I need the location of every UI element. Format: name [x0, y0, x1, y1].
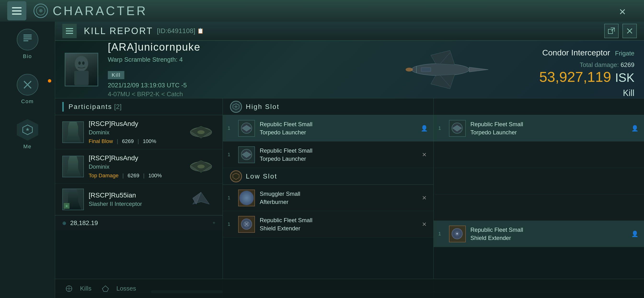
stat-damage-2: 6269 — [128, 173, 139, 179]
medals-icon: ★ — [22, 124, 34, 136]
slot-icon-torpedo-2 — [238, 146, 255, 163]
slot-name-h2l: Republic Fleet SmallTorpedo Launcher — [260, 146, 415, 163]
skull-icon — [102, 285, 109, 292]
person-status-icon: 👤 — [421, 125, 428, 132]
person-status-l1r: 👤 — [631, 231, 638, 237]
final-blow-tag: Final Blow — [89, 138, 113, 144]
svg-rect-2 — [24, 35, 32, 36]
total-damage-label: Total damage: 6269 — [539, 61, 634, 69]
high-slot-icon — [230, 101, 242, 113]
slot-item-high-2-left[interactable]: 1 Republic Fleet SmallTorpedo Launcher ✕ — [223, 141, 434, 168]
total-damage-value: 6269 — [620, 61, 634, 68]
slot-item-low-2-left[interactable]: 1 Republic Fleet SmallShield Extender ✕ — [223, 211, 434, 238]
sidebar-item-combat[interactable]: Com — [17, 74, 38, 105]
star-badge-3: ★ — [64, 203, 70, 209]
slot-item-low-1-right[interactable]: 1 + Republic Fleet SmallShield Extender … — [434, 221, 644, 247]
close-panel-button[interactable] — [622, 24, 637, 38]
svg-marker-20 — [431, 50, 455, 65]
sidebar-item-medals[interactable]: ★ Me — [17, 119, 38, 150]
person-status-h1r: 👤 — [631, 125, 638, 132]
slot-item-high-1-left[interactable]: 1 Republic Fleet SmallTorpedo Launcher 👤 — [223, 115, 434, 141]
bio-icon-container — [17, 29, 38, 50]
participant-stats-1: Final Blow | 6269 | 100% — [89, 138, 182, 144]
svg-rect-5 — [24, 40, 28, 41]
slot-name-l2l: Republic Fleet SmallShield Extender — [260, 216, 415, 232]
high-slot-header: High Slot — [223, 98, 434, 115]
participant-row-3[interactable]: ★ [RSCP]Ru55ian Slasher II Interceptor — [55, 184, 222, 215]
participant-avatar-1 — [62, 121, 84, 143]
svg-point-22 — [406, 68, 413, 72]
participant-ship-icon-3 — [187, 190, 216, 209]
svg-rect-23 — [421, 68, 431, 72]
torpedo-icon-1 — [240, 122, 253, 135]
slot-icon-shield-1 — [238, 216, 255, 233]
afterburner-visual — [239, 191, 254, 205]
combat-icon — [22, 79, 34, 91]
avatar-image — [66, 54, 98, 86]
ship-svg — [380, 46, 500, 94]
svg-rect-10 — [608, 29, 612, 34]
shield-extender-icon-1 — [240, 218, 253, 231]
panel-menu-button[interactable] — [62, 24, 77, 38]
bottom-bar: Kills Losses — [55, 279, 644, 298]
participants-count: [2] — [114, 103, 122, 111]
participant-stats-2: Top Damage | 6269 | 100% — [89, 173, 182, 179]
x-status-l1l: ✕ — [422, 195, 427, 201]
character-face-svg — [67, 54, 96, 85]
participant-row-2[interactable]: [RSCP]RusAndy Dominix Top Damage | 6269 … — [55, 150, 222, 184]
low-slot-header: Low Slot — [223, 168, 434, 185]
slot-icon-torpedo-1 — [238, 120, 255, 137]
kills-stat: Kills — [65, 284, 92, 293]
slot-status-h1r: 👤 — [630, 124, 639, 133]
torpedo-icon-2 — [240, 148, 253, 161]
kill-report-id: [ID:6491108] — [157, 27, 195, 35]
content-area: Participants [2] [RSCP]RusAndy Dominix F… — [55, 98, 644, 298]
slot-item-empty-1-right — [434, 141, 644, 168]
dominix-ship-icon-2 — [188, 158, 214, 175]
equipment-column-right: 1 Republic Fleet SmallTorpedo Launcher 👤 — [434, 98, 644, 298]
external-link-button[interactable] — [604, 24, 618, 38]
participant-avatar-3: ★ — [62, 189, 84, 210]
slot-item-low-1-left[interactable]: 1 Smuggler SmallAfterburner ✕ — [223, 185, 434, 211]
svg-text:+: + — [456, 232, 458, 235]
participant-name-1: [RSCP]RusAndy — [89, 120, 182, 128]
equipment-panel: High Slot 1 Republic Fleet SmallTorpedo … — [223, 98, 644, 298]
losses-stat: Losses — [101, 284, 136, 293]
slot-icon-afterburner — [238, 190, 255, 206]
notification-dot — [48, 79, 51, 83]
kill-outcome: Kill — [539, 88, 634, 98]
svg-point-18 — [412, 64, 469, 76]
high-slot-title: High Slot — [246, 103, 280, 111]
slot-name-h1l: Republic Fleet SmallTorpedo Launcher — [260, 120, 415, 136]
participant-silhouette-1 — [65, 121, 82, 143]
participant-info-3: [RSCP]Ru55ian Slasher II Interceptor — [89, 192, 182, 207]
svg-rect-4 — [24, 38, 32, 39]
stat-percent-1: 100% — [143, 138, 156, 144]
kills-icon — [65, 284, 73, 293]
participant-name-3: [RSCP]Ru55ian — [89, 192, 182, 199]
kill-outcome-badge: Kill — [108, 71, 124, 79]
participant-silhouette-2 — [65, 156, 82, 177]
participant-row-1[interactable]: [RSCP]RusAndy Dominix Final Blow | 6269 … — [55, 115, 222, 150]
svg-point-17 — [82, 61, 84, 65]
isk-value-row: 53,927,119 ISK — [539, 69, 634, 85]
participants-title: Participants — [68, 103, 112, 111]
stat-damage-1: 6269 — [122, 138, 134, 144]
slot-item-high-1-right[interactable]: 1 Republic Fleet SmallTorpedo Launcher 👤 — [434, 115, 644, 141]
close-button[interactable]: × — [615, 4, 630, 19]
ship-class: Condor Interceptor — [542, 48, 610, 57]
sidebar-label-bio: Bio — [23, 53, 32, 60]
isk-label: ISK — [615, 71, 634, 84]
sidebar-item-bio[interactable]: Bio — [17, 29, 38, 60]
svg-point-16 — [78, 61, 81, 65]
top-damage-tag: Top Damage — [89, 173, 118, 179]
svg-point-14 — [75, 56, 88, 71]
sidebar: Bio Com ★ Me — [0, 22, 55, 298]
high-slot-spacer-right — [434, 98, 644, 115]
external-link-icon — [608, 27, 615, 35]
menu-button[interactable] — [7, 1, 26, 20]
clipboard-icon[interactable]: 📋 — [197, 28, 204, 34]
svg-text:⊕: ⊕ — [39, 8, 43, 13]
participant-info-1: [RSCP]RusAndy Dominix Final Blow | 6269 … — [89, 120, 182, 144]
shield-defense-icon — [232, 103, 240, 110]
